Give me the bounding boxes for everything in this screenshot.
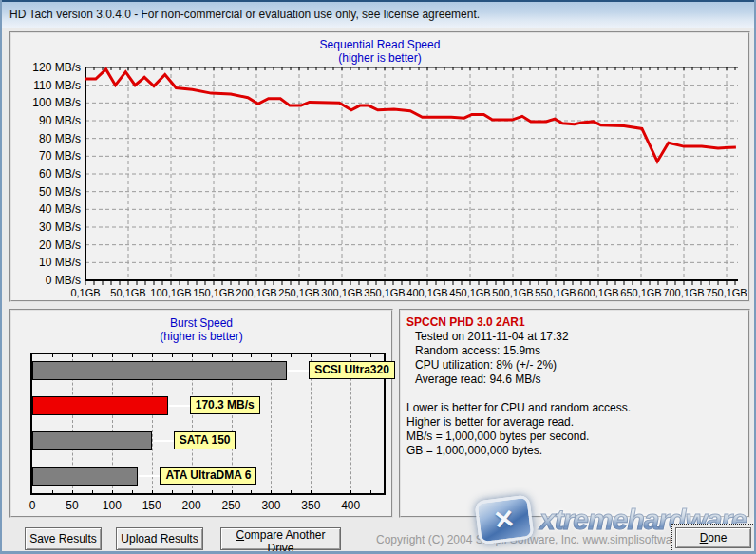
burst-axis-tick (370, 354, 371, 357)
x-tick-label: 600,1GB (577, 287, 618, 298)
y-tick-label: 10 MB/s (39, 256, 81, 269)
drive-detail-line: Average read: 94.6 MB/s (406, 373, 743, 387)
x-tick-label: 700,1GB (663, 287, 704, 298)
info-note-line: Higher is better for average read. (406, 415, 743, 430)
burst-axis-tick (152, 490, 153, 493)
y-tick-label: 110 MB/s (33, 79, 81, 92)
window-title: HD Tach version 3.0.4.0 - For non-commer… (9, 8, 480, 21)
burst-axis-tick (311, 490, 312, 493)
y-tick-label: 90 MB/s (39, 114, 81, 127)
bar-label-connector (169, 405, 190, 407)
drive-details: Tested on 2011-11-04 at 17:32Random acce… (406, 330, 743, 387)
bar-label-connector (153, 440, 174, 442)
burst-axis-tick (331, 490, 331, 493)
burst-speed-panel: Burst Speed (higher is better) SCSI Ultr… (9, 309, 393, 518)
drive-name: SPCCN PHD 3.0 2AR1 (406, 315, 743, 330)
burst-chart-x-axis: 050100150200250300350400 (11, 499, 391, 514)
sequential-read-panel: Sequential Read Speed (higher is better)… (9, 31, 750, 302)
burst-axis-tick (232, 490, 233, 493)
sequential-read-line (85, 69, 736, 162)
x-tick-label: 300,1GB (321, 287, 362, 298)
burst-axis-tick (192, 354, 193, 357)
burst-axis-tick (72, 354, 73, 357)
title-bar[interactable]: HD Tach version 3.0.4.0 - For non-commer… (2, 0, 754, 28)
burst-axis-tick (192, 490, 193, 493)
burst-x-tick-label: 0 (29, 499, 36, 512)
copyright-text: Copyright (C) 2004 Simpli Software, Inc.… (376, 533, 707, 546)
burst-axis-tick (52, 490, 53, 493)
info-notes: Lower is better for CPU and random acces… (406, 401, 743, 458)
bar-label: SATA 150 (174, 431, 236, 449)
hdtach-window: HD Tach version 3.0.4.0 - For non-commer… (0, 0, 756, 554)
info-note-line: MB/s = 1,000,000 bytes per second. (406, 430, 743, 444)
done-button[interactable]: Done (675, 527, 751, 548)
x-tick-label: 750,1GB (706, 287, 747, 298)
burst-axis-tick (212, 354, 213, 357)
burst-axis-tick (92, 490, 93, 493)
burst-axis-tick (291, 490, 292, 493)
burst-bar (32, 396, 168, 415)
burst-x-tick-label: 100 (103, 499, 122, 512)
y-tick-label: 80 MB/s (39, 132, 81, 145)
burst-axis-tick (112, 490, 113, 493)
x-tick-label: 150,1GB (193, 287, 234, 298)
burst-axis-tick (251, 490, 252, 493)
x-tick-label: 250,1GB (278, 287, 319, 298)
burst-x-tick-label: 150 (142, 499, 161, 512)
burst-x-tick-label: 50 (66, 499, 78, 512)
burst-chart-title: Burst Speed (11, 316, 391, 330)
y-tick-label: 50 MB/s (39, 185, 81, 199)
done-button-focus-ring: Done (671, 524, 755, 552)
bar-label-connector (139, 475, 160, 477)
burst-axis-tick (232, 354, 233, 357)
burst-axis-tick (152, 354, 153, 357)
save-results-button[interactable]: Save Results (25, 527, 102, 550)
burst-axis-tick (92, 354, 93, 357)
x-tick-label: 50,1GB (110, 287, 145, 298)
y-tick-label: 30 MB/s (39, 220, 81, 234)
burst-x-tick-label: 250 (221, 499, 240, 512)
drive-detail-line: Random access: 15.9ms (406, 344, 743, 358)
compare-another-drive-button[interactable]: Compare Another Drive (220, 527, 341, 550)
burst-axis-tick (112, 354, 113, 357)
x-tick-label: 200,1GB (236, 287, 276, 298)
y-tick-label: 60 MB/s (39, 167, 81, 181)
drive-info-panel: SPCCN PHD 3.0 2AR1 Tested on 2011-11-04 … (399, 309, 750, 518)
x-tick-label: 100,1GB (150, 287, 191, 298)
y-tick-label: 100 MB/s (32, 96, 81, 109)
drive-detail-line: Tested on 2011-11-04 at 17:32 (406, 330, 743, 344)
burst-x-tick-label: 350 (301, 499, 320, 512)
burst-axis-tick (350, 490, 351, 493)
bar-label: 170.3 MB/s (190, 396, 260, 414)
burst-axis-tick (172, 490, 173, 493)
upload-results-button[interactable]: Upload Results (116, 527, 203, 550)
burst-axis-tick (132, 354, 133, 357)
x-tick-label: 350,1GB (364, 287, 405, 298)
x-tick-label: 0,1GB (70, 287, 100, 298)
y-tick-label: 40 MB/s (39, 202, 81, 216)
x-tick-label: 550,1GB (535, 287, 576, 298)
burst-x-tick-label: 200 (182, 499, 201, 512)
bar-label: SCSI Ultra320 (309, 361, 395, 379)
burst-axis-tick (331, 354, 331, 357)
burst-axis-tick (172, 354, 173, 357)
burst-x-tick-label: 400 (341, 499, 360, 512)
burst-axis-tick (52, 354, 53, 357)
info-note-line: GB = 1,000,000,000 bytes. (406, 444, 743, 458)
y-tick-label: 0 MB/s (46, 274, 81, 287)
burst-axis-tick (271, 490, 272, 493)
bar-label: ATA UltraDMA 6 (160, 467, 256, 485)
burst-axis-tick (251, 354, 252, 357)
y-tick-label: 120 MB/s (32, 61, 81, 74)
bar-label-connector (288, 370, 309, 372)
burst-axis-tick (132, 490, 133, 493)
x-tick-label: 450,1GB (449, 287, 490, 298)
burst-axis-tick (72, 490, 73, 493)
burst-chart-plot: SCSI Ultra320170.3 MB/sSATA 150ATA Ultra… (30, 353, 386, 495)
x-tick-label: 400,1GB (406, 287, 447, 298)
sequential-read-chart: 0 MB/s10 MB/s20 MB/s30 MB/s40 MB/s50 MB/… (11, 33, 748, 300)
drive-detail-line: CPU utilization: 8% (+/- 2%) (406, 358, 743, 373)
x-tick-label: 500,1GB (492, 287, 533, 298)
burst-axis-tick (212, 490, 213, 493)
burst-axis-tick (311, 354, 312, 357)
